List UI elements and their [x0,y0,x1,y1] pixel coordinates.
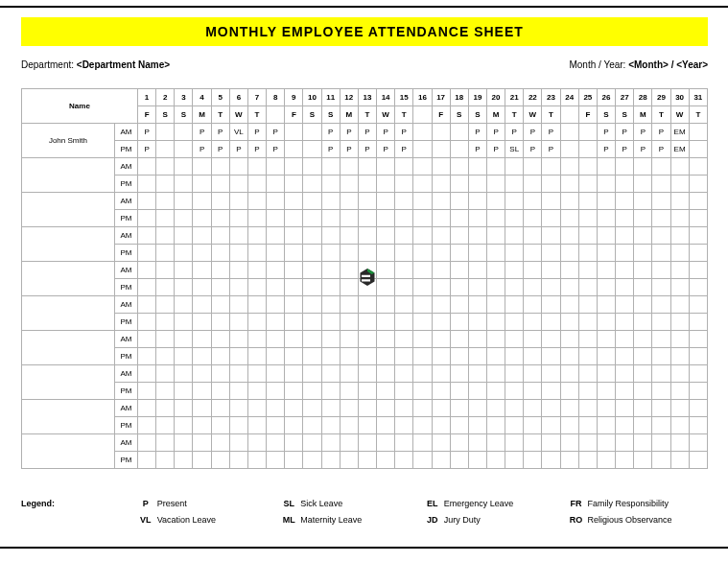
attendance-cell [175,314,193,331]
attendance-cell [285,210,303,227]
weekday-header: W [524,106,542,124]
watermark-logo-icon [353,263,382,292]
attendance-cell [486,296,505,314]
day-header: 4 [193,89,211,106]
attendance-cell [689,383,707,400]
attendance-cell [450,279,468,296]
attendance-cell [377,158,395,176]
attendance-cell [616,417,634,434]
attendance-cell [450,296,468,314]
attendance-cell [652,365,670,383]
attendance-cell [689,331,707,348]
weekday-header: T [395,106,413,124]
attendance-cell [652,176,670,193]
attendance-cell [505,383,524,400]
attendance-cell [377,365,395,383]
attendance-cell [211,193,229,210]
day-header: 20 [486,89,505,106]
attendance-cell [505,314,524,331]
attendance-cell [229,365,247,383]
attendance-cell [211,452,229,469]
attendance-cell [175,210,193,227]
attendance-cell [450,124,468,141]
department-label: Department: [21,59,74,70]
attendance-cell [211,434,229,452]
attendance-cell [285,296,303,314]
attendance-cell [156,141,175,158]
weekday-header: S [303,106,321,124]
attendance-cell: VL [229,124,247,141]
attendance-cell [303,176,321,193]
day-header: 14 [377,89,395,106]
attendance-cell [267,227,285,245]
attendance-cell [395,193,413,210]
legend-item: VLVacation Leave [134,515,278,525]
attendance-cell [321,176,340,193]
attendance-cell [524,210,542,227]
attendance-cell: P [505,124,524,141]
day-header: 12 [340,89,358,106]
attendance-cell [285,176,303,193]
attendance-cell [468,400,486,417]
attendance-cell [524,193,542,210]
attendance-cell [578,141,597,158]
attendance-cell [689,365,707,383]
attendance-cell [670,348,689,365]
day-header: 24 [560,89,578,106]
employee-name [22,262,115,296]
attendance-cell [652,434,670,452]
attendance-cell [468,314,486,331]
attendance-cell [670,279,689,296]
attendance-cell [267,193,285,210]
attendance-cell [247,331,266,348]
attendance-cell [358,176,376,193]
attendance-cell [450,331,468,348]
weekday-header: M [486,106,505,124]
attendance-cell [578,314,597,331]
attendance-cell [634,452,652,469]
attendance-cell [321,314,340,331]
svg-marker-3 [362,279,370,281]
attendance-cell [267,158,285,176]
attendance-cell [175,141,193,158]
attendance-cell [175,383,193,400]
attendance-cell [267,262,285,279]
attendance-cell [413,434,432,452]
attendance-cell [486,279,505,296]
attendance-cell [211,365,229,383]
attendance-cell [358,417,376,434]
attendance-cell [634,158,652,176]
day-header: 30 [670,89,689,106]
pm-label: PM [114,176,137,193]
attendance-cell [597,296,615,314]
attendance-cell [395,417,413,434]
attendance-cell [358,227,376,245]
attendance-cell [156,348,175,365]
attendance-cell [413,348,432,365]
attendance-cell [578,348,597,365]
legend-item: SLSick Leave [277,499,421,508]
attendance-cell [358,400,376,417]
am-label: AM [114,227,137,245]
attendance-cell [156,365,175,383]
attendance-cell [340,245,358,262]
attendance-cell [175,176,193,193]
bottom-border [0,547,728,549]
attendance-cell [156,452,175,469]
day-header: 18 [450,89,468,106]
attendance-cell [432,331,450,348]
weekday-header: M [634,106,652,124]
attendance-cell [321,296,340,314]
attendance-cell [229,348,247,365]
attendance-cell [634,296,652,314]
attendance-cell [652,193,670,210]
attendance-cell [247,176,266,193]
attendance-cell [211,314,229,331]
day-header: 31 [689,89,707,106]
attendance-cell [413,383,432,400]
attendance-cell [285,227,303,245]
attendance-cell: P [524,141,542,158]
attendance-cell [616,314,634,331]
attendance-cell [175,124,193,141]
attendance-cell: P [616,141,634,158]
